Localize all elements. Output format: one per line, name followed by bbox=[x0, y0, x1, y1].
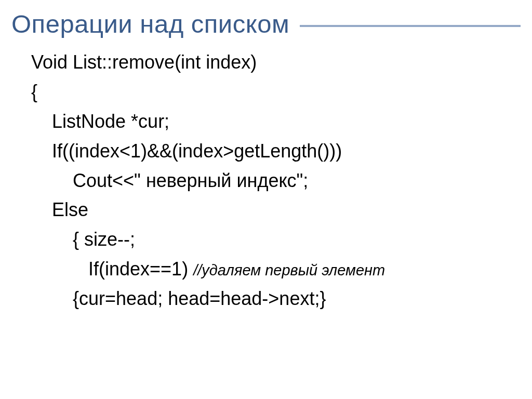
slide-container: Операции над списком Void List::remove(i… bbox=[0, 0, 532, 399]
code-line-7b: If(index==1) //удаляем первый элемент bbox=[31, 255, 512, 284]
code-line-3: ListNode *cur; bbox=[31, 107, 512, 137]
code-line-2: { bbox=[31, 77, 512, 107]
code-line-7-comment: //удаляем первый элемент bbox=[193, 262, 385, 278]
code-line-5: Cout<<" неверный индекс"; bbox=[31, 166, 512, 196]
code-line-4: If((index<1)&&(index>getLength())) bbox=[31, 137, 512, 166]
code-line-6: Else bbox=[31, 195, 512, 225]
code-line-8: {cur=head; head=head->next;} bbox=[31, 284, 512, 314]
code-line-1: Void List::remove(int index) bbox=[31, 48, 512, 77]
slide-title: Операции над списком bbox=[11, 9, 289, 38]
code-line-7a: { size--; bbox=[31, 225, 512, 255]
code-block: Void List::remove(int index) { ListNode … bbox=[0, 43, 532, 314]
title-rule bbox=[300, 25, 521, 27]
code-line-7b-code: If(index==1) bbox=[31, 258, 193, 280]
title-row: Операции над списком bbox=[0, 9, 532, 43]
